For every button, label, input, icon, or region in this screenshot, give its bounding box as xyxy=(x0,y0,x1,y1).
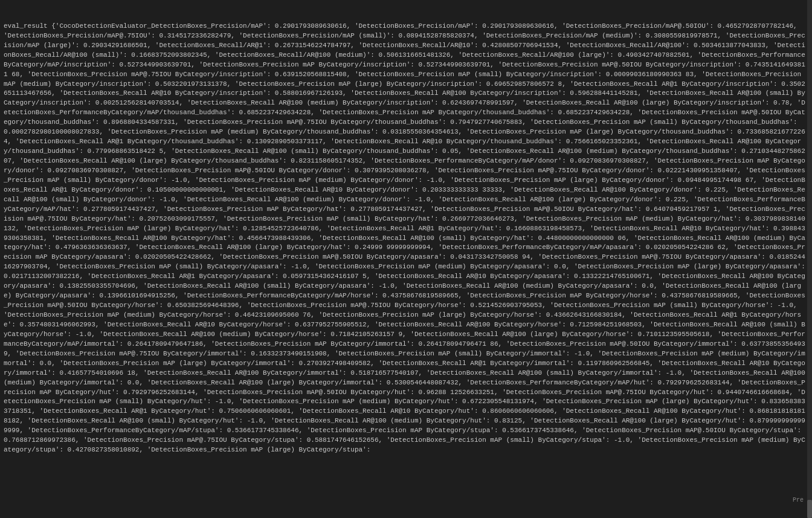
scrollbar-thumb[interactable] xyxy=(807,500,812,518)
scrollbar[interactable] xyxy=(807,0,812,518)
pre-label: Pre xyxy=(793,496,804,505)
terminal-window: eval_result {'CocoDetectionEvaluator_Det… xyxy=(0,0,812,518)
terminal-output: eval_result {'CocoDetectionEvaluator_Det… xyxy=(4,2,808,474)
terminal-text: eval_result {'CocoDetectionEvaluator_Det… xyxy=(4,22,808,455)
